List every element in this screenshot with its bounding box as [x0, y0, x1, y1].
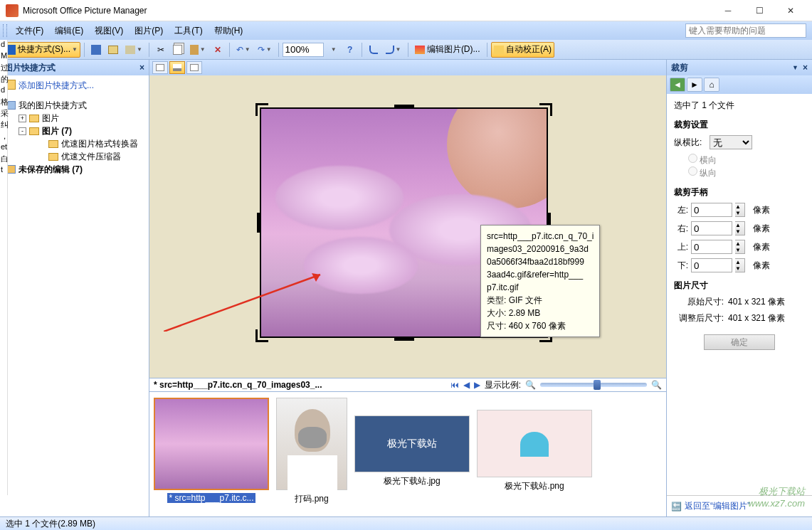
edge-char: 过	[0, 63, 7, 74]
edge-char: d	[0, 85, 7, 97]
edge-char: et	[0, 142, 7, 154]
add-shortcut-link[interactable]: 添加图片快捷方式...	[0, 75, 149, 96]
cut-icon[interactable]: ✂	[153, 42, 169, 58]
pane-dropdown-icon[interactable]: ▼	[792, 64, 798, 71]
tree-root[interactable]: 我的图片快捷方式	[3, 99, 146, 112]
original-size-value: 401 x 321 像素	[728, 296, 785, 308]
aspect-label: 纵横比:	[674, 137, 707, 149]
close-crop-pane[interactable]: ×	[803, 63, 808, 73]
zoom-input[interactable]	[283, 43, 324, 57]
back-to-edit-link[interactable]: 🔙返回至“编辑图片”	[667, 495, 812, 516]
crop-handle-top[interactable]	[394, 105, 414, 107]
edge-char: 白	[0, 154, 7, 165]
zoom-label: 显示比例:	[485, 379, 521, 391]
zoom-dropdown[interactable]: ▼	[325, 42, 341, 58]
collapse-icon[interactable]: -	[19, 127, 26, 135]
status-text: 选中 1 个文件(2.89 MB)	[6, 518, 95, 530]
image-canvas[interactable]: src=http___p7.itc.cn_q_70_images03_20200…	[149, 75, 666, 378]
crop-left-input[interactable]	[691, 203, 732, 217]
crop-right-input[interactable]	[691, 221, 732, 235]
spinner-icon[interactable]: ▲▼	[735, 258, 745, 272]
adjusted-size-value: 401 x 321 像素	[728, 312, 785, 324]
maximize-button[interactable]: ☐	[744, 1, 775, 21]
view-filmstrip-button[interactable]	[169, 61, 185, 74]
tree-node-pictures7[interactable]: -图片 (7)	[3, 124, 146, 137]
help-icon[interactable]: ?	[342, 42, 358, 58]
paste-icon[interactable]: ▼	[187, 42, 209, 58]
redo-icon[interactable]: ↷▼	[255, 42, 275, 58]
image-tooltip: src=http___p7.itc.cn_q_70_images03_20200…	[480, 225, 600, 337]
folder-icon	[48, 153, 58, 161]
edge-char: t	[0, 165, 7, 176]
tree-node-compressor[interactable]: 优速文件压缩器	[3, 150, 146, 163]
crop-handle-bottom[interactable]	[394, 338, 414, 341]
nav-forward-button[interactable]: ►	[687, 78, 702, 92]
nav-first-icon[interactable]: ⏮	[450, 380, 459, 390]
view-single-button[interactable]	[186, 61, 202, 74]
zoom-in-icon[interactable]: 🔍	[651, 380, 662, 390]
original-size-label: 原始尺寸:	[674, 296, 724, 308]
thumbnail-4[interactable]: 极光下载站.png	[477, 398, 592, 514]
grip-icon[interactable]	[3, 24, 7, 37]
crop-handle-left[interactable]	[257, 213, 260, 233]
edit-picture-button[interactable]: 编辑图片(D)...	[412, 42, 483, 58]
menu-edit[interactable]: 编辑(E)	[49, 23, 89, 38]
current-filename: * src=http___p7.itc.cn_q_70_images03_...	[154, 380, 322, 390]
crop-corner-tl[interactable]	[255, 103, 268, 116]
thumbnail-3[interactable]: 极光下载站 极光下载站.jpg	[354, 398, 470, 514]
nav-next-icon[interactable]: ▶	[474, 380, 480, 390]
thumb-caption: 打码.png	[295, 493, 328, 505]
menu-file[interactable]: 文件(F)	[10, 23, 49, 38]
minimize-button[interactable]: ─	[712, 1, 744, 21]
mail-icon[interactable]	[105, 42, 121, 58]
zoom-slider[interactable]	[540, 383, 647, 387]
edge-char: M	[0, 51, 7, 63]
spinner-icon[interactable]: ▲▼	[735, 203, 745, 217]
folder-icon	[29, 115, 39, 122]
auto-correct-button[interactable]: 自动校正(A)	[491, 42, 554, 58]
nav-prev-icon[interactable]: ◀	[463, 380, 470, 390]
ok-button[interactable]: 确定	[704, 334, 775, 350]
crop-settings-heading: 裁剪设置	[674, 119, 805, 131]
menu-view[interactable]: 视图(V)	[89, 23, 129, 38]
menu-tools[interactable]: 工具(T)	[169, 23, 208, 38]
svg-line-0	[164, 275, 320, 332]
app-icon	[6, 4, 19, 17]
shortcut-button[interactable]: 快捷方式(S)...▼	[3, 42, 80, 58]
menu-help[interactable]: 帮助(H)	[209, 23, 249, 38]
copy-icon[interactable]	[170, 42, 186, 58]
thumbnail-2[interactable]: 打码.png	[276, 398, 347, 514]
spinner-icon[interactable]: ▲▼	[735, 240, 745, 254]
rotate-right-icon[interactable]: ▼	[383, 42, 404, 58]
tree-node-converter[interactable]: 优速图片格式转换器	[3, 137, 146, 150]
thumbnail-1[interactable]: * src=http___p7.itc.c...	[154, 398, 269, 514]
view-thumbnails-button[interactable]	[152, 61, 168, 74]
crop-bottom-input[interactable]	[691, 258, 732, 272]
print-icon[interactable]: ▼	[122, 42, 145, 58]
edge-char: ，	[0, 131, 7, 142]
rotate-left-icon[interactable]	[366, 42, 381, 58]
crop-pane-title: 裁剪	[671, 62, 688, 74]
aspect-select[interactable]: 无	[710, 135, 752, 149]
zoom-out-icon[interactable]: 🔍	[525, 380, 536, 390]
help-search-input[interactable]	[685, 23, 806, 38]
close-button[interactable]: ✕	[775, 1, 806, 21]
nav-back-button[interactable]: ◄	[670, 78, 685, 92]
tree-node-pictures[interactable]: +图片	[3, 112, 146, 124]
delete-icon[interactable]: ✕	[210, 42, 226, 58]
thumb-caption: 极光下载站.png	[505, 480, 564, 492]
edge-char: 格	[0, 97, 7, 108]
menu-picture[interactable]: 图片(P)	[129, 23, 169, 38]
tree-unsaved[interactable]: 未保存的编辑 (7)	[3, 163, 146, 176]
shortcuts-pane-title: 图片快捷方式	[4, 62, 56, 74]
undo-icon[interactable]: ↶▼	[233, 42, 253, 58]
crop-top-input[interactable]	[691, 240, 732, 254]
close-shortcuts-pane[interactable]: ×	[139, 63, 144, 73]
adjusted-size-label: 调整后尺寸:	[674, 312, 724, 324]
crop-corner-tr[interactable]	[539, 103, 552, 116]
expand-icon[interactable]: +	[19, 115, 26, 122]
nav-home-button[interactable]: ⌂	[704, 78, 719, 92]
save-icon[interactable]	[88, 42, 104, 58]
spinner-icon[interactable]: ▲▼	[735, 221, 745, 235]
thumb-caption: * src=http___p7.itc.c...	[167, 493, 255, 503]
